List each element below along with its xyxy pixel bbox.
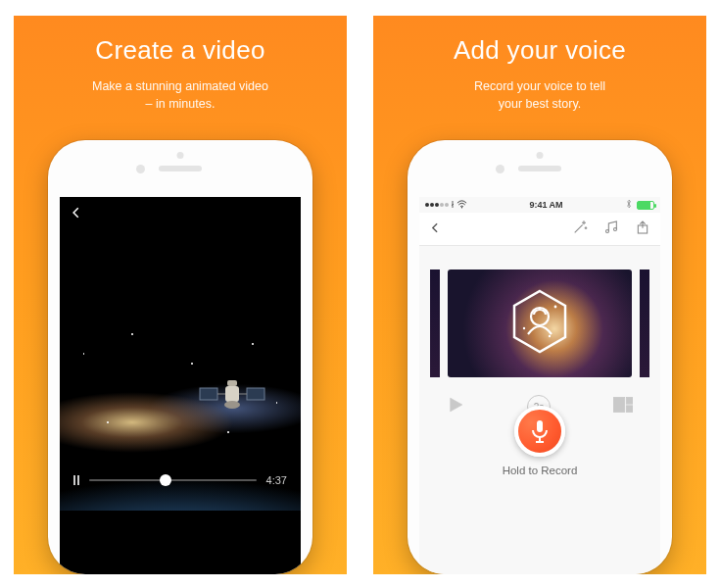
phone-sensor bbox=[177, 152, 184, 159]
phone-camera bbox=[136, 165, 145, 173]
phone-hardware-top bbox=[48, 140, 312, 197]
svg-rect-1 bbox=[247, 388, 264, 400]
record-area: Hold to Record bbox=[419, 406, 660, 476]
astronaut-hex-icon bbox=[510, 289, 569, 358]
video-duration: 4:37 bbox=[266, 474, 287, 486]
back-icon[interactable] bbox=[429, 220, 442, 238]
mic-icon bbox=[530, 419, 550, 443]
panel-subtitle: Make a stunning animated video – in minu… bbox=[92, 77, 268, 113]
clip-prev[interactable] bbox=[430, 270, 440, 377]
video-controls: 4:37 bbox=[60, 474, 301, 486]
screen-top-bar bbox=[60, 197, 301, 232]
svg-point-6 bbox=[224, 401, 240, 409]
record-button[interactable] bbox=[514, 406, 565, 457]
phone-speaker bbox=[159, 166, 202, 172]
svg-point-15 bbox=[549, 335, 551, 337]
clip-next[interactable] bbox=[640, 270, 649, 377]
pause-icon[interactable] bbox=[73, 475, 79, 485]
panel-subtitle: Record your voice to tell your best stor… bbox=[474, 77, 605, 113]
back-icon[interactable] bbox=[70, 206, 83, 223]
svg-rect-18 bbox=[626, 398, 633, 405]
panel-title: Add your voice bbox=[454, 35, 626, 66]
carrier-label: ł bbox=[452, 200, 454, 210]
status-time: 9:41 AM bbox=[529, 200, 562, 210]
seek-knob[interactable] bbox=[160, 474, 171, 486]
svg-rect-0 bbox=[200, 388, 217, 400]
clip-current[interactable] bbox=[448, 270, 632, 377]
svg-point-9 bbox=[613, 227, 616, 230]
screen-video-player: 4:37 bbox=[60, 197, 301, 574]
panel-title: Create a video bbox=[95, 35, 264, 66]
svg-rect-4 bbox=[225, 386, 239, 402]
phone-mockup: 4:37 bbox=[48, 140, 312, 574]
svg-point-8 bbox=[605, 229, 608, 232]
phone-mockup: ł 9:41 AM bbox=[408, 140, 672, 574]
share-icon[interactable] bbox=[635, 220, 650, 239]
svg-point-7 bbox=[461, 207, 462, 208]
screen-recorder: ł 9:41 AM bbox=[419, 197, 660, 574]
phone-camera bbox=[496, 165, 504, 173]
svg-marker-11 bbox=[514, 291, 565, 352]
bluetooth-icon bbox=[625, 199, 633, 211]
clip-strip bbox=[419, 246, 660, 377]
svg-rect-20 bbox=[537, 420, 543, 432]
svg-point-13 bbox=[554, 306, 557, 309]
battery-icon bbox=[637, 201, 654, 210]
phone-sensor bbox=[537, 152, 544, 159]
phone-hardware-top bbox=[408, 140, 672, 197]
seek-track[interactable] bbox=[89, 479, 257, 481]
wifi-icon bbox=[456, 200, 467, 211]
wand-icon[interactable] bbox=[572, 220, 588, 239]
satellite-icon bbox=[198, 378, 266, 412]
phone-speaker bbox=[518, 166, 561, 172]
svg-point-14 bbox=[523, 327, 525, 329]
app-bar bbox=[419, 213, 660, 246]
promo-panel-create: Create a video Make a stunning animated … bbox=[14, 16, 347, 574]
svg-rect-5 bbox=[227, 380, 237, 386]
promo-panel-voice: Add your voice Record your voice to tell… bbox=[373, 16, 706, 574]
signal-icon bbox=[425, 203, 449, 207]
music-icon[interactable] bbox=[603, 220, 619, 239]
record-label: Hold to Record bbox=[503, 465, 578, 476]
status-bar: ł 9:41 AM bbox=[419, 197, 660, 213]
